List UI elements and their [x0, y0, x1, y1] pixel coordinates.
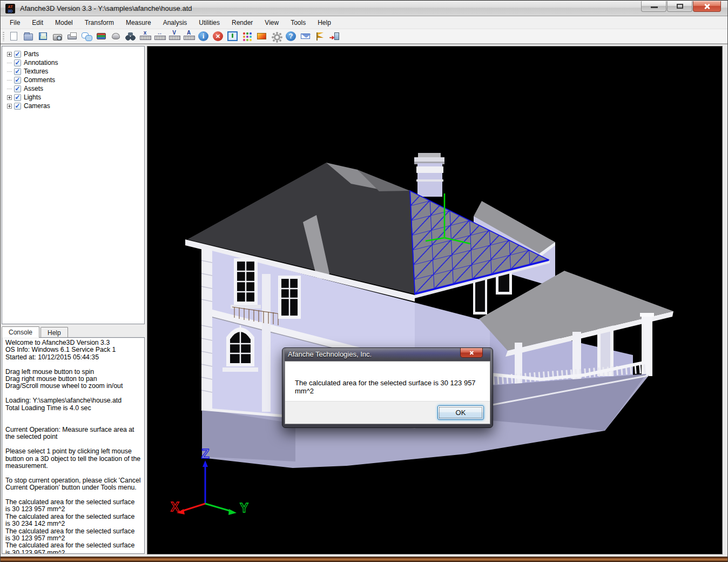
console-panel[interactable]: Welcome to Afanche3D Version 3.3OS Info:… — [2, 337, 145, 554]
checkbox-cameras[interactable]: ✓ — [14, 103, 21, 110]
tree-label-textures[interactable]: Textures — [24, 68, 48, 75]
material-color-button[interactable] — [256, 31, 267, 42]
color-palette-icon — [242, 31, 252, 41]
tree-item-lights[interactable]: ✓Lights — [5, 93, 144, 102]
settings-gear-button[interactable] — [271, 31, 282, 42]
tree-item-parts[interactable]: ✓Parts — [5, 50, 144, 58]
model-tree-panel: ✓Parts✓Annotations✓Textures✓Comments✓Ass… — [2, 46, 145, 324]
console-line: Current Operation: Measure surface area … — [5, 426, 141, 441]
measure-area-ruler-button[interactable] — [183, 31, 194, 42]
tree-item-assets[interactable]: ✓Assets — [5, 84, 144, 93]
tree-label-comments[interactable]: Comments — [24, 76, 55, 84]
console-line: Please select 1 point by clicking left m… — [5, 448, 141, 470]
console-line: Loading: Y:\samples\afanche\house.atd — [5, 397, 141, 404]
tree-item-cameras[interactable]: ✓Cameras — [5, 102, 144, 110]
save-button[interactable] — [37, 31, 49, 42]
minimize-button[interactable] — [641, 1, 666, 12]
menu-item-render[interactable]: Render — [226, 17, 259, 28]
new-document-button[interactable] — [8, 31, 19, 42]
menu-item-file[interactable]: File — [4, 17, 26, 28]
open-file-button[interactable] — [23, 31, 34, 42]
console-line: Total Loading Time is 4.0 sec — [5, 405, 141, 412]
console-line: Drag right mouse button to pan — [5, 376, 141, 383]
tree-label-parts[interactable]: Parts — [24, 50, 39, 58]
tree-label-lights[interactable]: Lights — [24, 93, 41, 101]
bottom-tabs: ConsoleHelp — [2, 326, 69, 338]
print-button[interactable] — [66, 31, 78, 42]
close-button[interactable] — [693, 1, 721, 12]
tree-item-annotations[interactable]: ✓Annotations — [5, 58, 144, 67]
tree-item-textures[interactable]: ✓Textures — [5, 67, 144, 76]
model-tree: ✓Parts✓Annotations✓Textures✓Comments✓Ass… — [2, 46, 144, 110]
tree-item-comments[interactable]: ✓Comments — [5, 76, 144, 84]
checkbox-parts[interactable]: ✓ — [14, 51, 21, 58]
expand-toggle-icon[interactable] — [7, 52, 12, 57]
3d-part-button[interactable] — [110, 31, 122, 42]
email-icon — [301, 34, 310, 39]
menu-item-measure[interactable]: Measure — [120, 17, 157, 28]
measure-area-ruler-icon — [184, 31, 194, 41]
menu-item-tools[interactable]: Tools — [285, 17, 312, 28]
ok-button[interactable]: OK — [437, 405, 484, 420]
console-line: The calculated area for the selected sur… — [5, 528, 141, 543]
info-button[interactable] — [198, 31, 209, 42]
exit-door-button[interactable] — [329, 31, 340, 42]
app-icon-text-3d: 3D — [5, 9, 15, 14]
comments-button[interactable] — [81, 31, 92, 42]
app-icon: AT 3D — [5, 4, 15, 14]
tree-label-cameras[interactable]: Cameras — [24, 102, 50, 110]
dialog-title-bar[interactable]: Afanche Technologies, Inc. — [285, 348, 490, 361]
console-line — [5, 470, 141, 477]
checkbox-assets[interactable]: ✓ — [14, 85, 21, 92]
screenshot-camera-button[interactable] — [52, 31, 63, 42]
checkbox-comments[interactable]: ✓ — [14, 77, 21, 84]
title-bar[interactable]: AT 3D Afanche3D Version 3.3 - Y:\samples… — [1, 0, 727, 16]
tab-console[interactable]: Console — [2, 326, 39, 338]
library-books-icon — [97, 33, 106, 39]
measure-distance-ruler-button[interactable] — [154, 31, 165, 42]
app-window: AT 3D Afanche3D Version 3.3 - Y:\samples… — [0, 0, 728, 562]
tree-connector — [7, 80, 12, 81]
power-icon — [227, 31, 238, 41]
expand-toggle-icon[interactable] — [7, 95, 12, 100]
dialog-close-button[interactable] — [460, 348, 483, 358]
checkbox-lights[interactable]: ✓ — [14, 94, 21, 101]
power-button[interactable] — [227, 31, 238, 42]
menu-bar: FileEditModelTransformMeasureAnalysisUti… — [1, 17, 727, 29]
info-icon — [198, 31, 208, 41]
dialog-footer: OK — [285, 401, 490, 424]
menu-item-view[interactable]: View — [259, 17, 285, 28]
measure-x-ruler-button[interactable] — [139, 31, 151, 42]
maximize-button[interactable] — [667, 1, 692, 12]
menu-item-utilities[interactable]: Utilities — [193, 17, 226, 28]
checkbox-textures[interactable]: ✓ — [14, 68, 21, 75]
console-line — [5, 361, 141, 368]
email-button[interactable] — [300, 31, 311, 42]
flag-pointer-button[interactable] — [314, 31, 326, 42]
find-binoculars-icon — [125, 31, 136, 41]
cancel-operation-button[interactable] — [212, 31, 224, 42]
library-books-button[interactable] — [96, 31, 107, 42]
measure-volume-ruler-button[interactable] — [168, 31, 180, 42]
color-palette-button[interactable] — [241, 31, 253, 42]
expand-toggle-icon[interactable] — [7, 104, 12, 109]
console-line — [5, 492, 141, 499]
help-button[interactable] — [285, 31, 296, 42]
find-binoculars-button[interactable] — [125, 31, 136, 42]
menu-item-help[interactable]: Help — [312, 17, 337, 28]
console-line — [5, 412, 141, 419]
console-line: The calculated area for the selected sur… — [5, 513, 141, 528]
menu-item-model[interactable]: Model — [49, 17, 79, 28]
3d-viewport[interactable]: Z X Y — [147, 46, 723, 554]
menu-item-analysis[interactable]: Analysis — [157, 17, 193, 28]
checkbox-annotations[interactable]: ✓ — [14, 59, 21, 66]
tree-label-assets[interactable]: Assets — [24, 85, 43, 92]
tab-help[interactable]: Help — [41, 327, 68, 338]
menu-item-transform[interactable]: Transform — [79, 17, 120, 28]
toolbar-grip[interactable] — [3, 32, 4, 41]
tree-label-annotations[interactable]: Annotations — [24, 59, 58, 66]
help-icon — [286, 31, 296, 41]
menu-item-edit[interactable]: Edit — [26, 17, 49, 28]
console-line — [5, 390, 141, 397]
console-line: OS Info: Windows 6.1 Service Pack 1 — [5, 346, 141, 353]
